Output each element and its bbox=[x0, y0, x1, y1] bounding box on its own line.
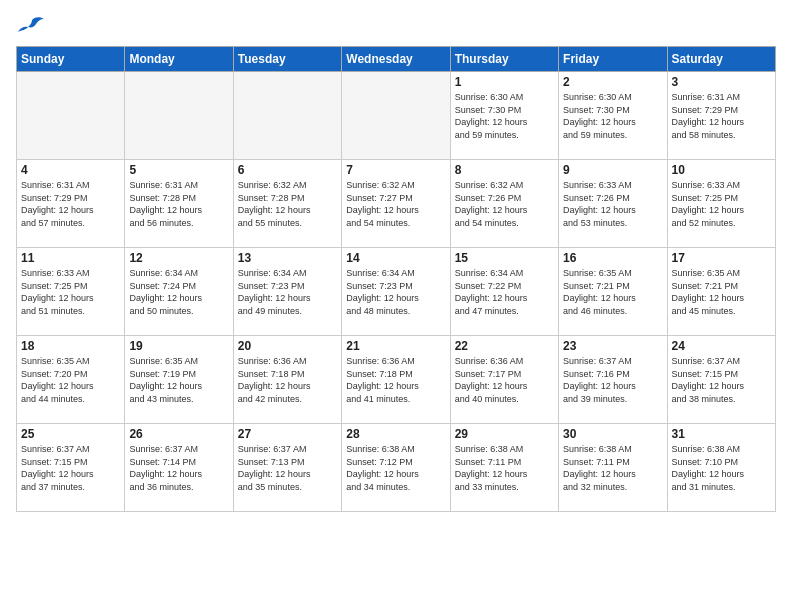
day-number: 2 bbox=[563, 75, 662, 89]
calendar-day-cell: 21Sunrise: 6:36 AM Sunset: 7:18 PM Dayli… bbox=[342, 336, 450, 424]
day-info: Sunrise: 6:36 AM Sunset: 7:17 PM Dayligh… bbox=[455, 355, 554, 405]
day-number: 25 bbox=[21, 427, 120, 441]
day-info: Sunrise: 6:35 AM Sunset: 7:19 PM Dayligh… bbox=[129, 355, 228, 405]
page-header bbox=[16, 16, 776, 38]
day-info: Sunrise: 6:36 AM Sunset: 7:18 PM Dayligh… bbox=[346, 355, 445, 405]
day-number: 15 bbox=[455, 251, 554, 265]
day-number: 8 bbox=[455, 163, 554, 177]
day-info: Sunrise: 6:31 AM Sunset: 7:28 PM Dayligh… bbox=[129, 179, 228, 229]
day-info: Sunrise: 6:30 AM Sunset: 7:30 PM Dayligh… bbox=[563, 91, 662, 141]
day-number: 7 bbox=[346, 163, 445, 177]
logo bbox=[16, 16, 46, 38]
day-info: Sunrise: 6:36 AM Sunset: 7:18 PM Dayligh… bbox=[238, 355, 337, 405]
day-info: Sunrise: 6:35 AM Sunset: 7:21 PM Dayligh… bbox=[672, 267, 771, 317]
calendar-day-cell: 3Sunrise: 6:31 AM Sunset: 7:29 PM Daylig… bbox=[667, 72, 775, 160]
calendar-day-cell: 20Sunrise: 6:36 AM Sunset: 7:18 PM Dayli… bbox=[233, 336, 341, 424]
calendar-day-cell: 16Sunrise: 6:35 AM Sunset: 7:21 PM Dayli… bbox=[559, 248, 667, 336]
day-info: Sunrise: 6:37 AM Sunset: 7:15 PM Dayligh… bbox=[672, 355, 771, 405]
day-info: Sunrise: 6:37 AM Sunset: 7:16 PM Dayligh… bbox=[563, 355, 662, 405]
day-info: Sunrise: 6:32 AM Sunset: 7:26 PM Dayligh… bbox=[455, 179, 554, 229]
calendar-day-cell: 11Sunrise: 6:33 AM Sunset: 7:25 PM Dayli… bbox=[17, 248, 125, 336]
day-number: 12 bbox=[129, 251, 228, 265]
day-number: 30 bbox=[563, 427, 662, 441]
day-info: Sunrise: 6:38 AM Sunset: 7:11 PM Dayligh… bbox=[563, 443, 662, 493]
calendar-day-cell: 26Sunrise: 6:37 AM Sunset: 7:14 PM Dayli… bbox=[125, 424, 233, 512]
day-info: Sunrise: 6:32 AM Sunset: 7:27 PM Dayligh… bbox=[346, 179, 445, 229]
day-number: 16 bbox=[563, 251, 662, 265]
calendar-day-cell: 28Sunrise: 6:38 AM Sunset: 7:12 PM Dayli… bbox=[342, 424, 450, 512]
calendar-weekday-header: Saturday bbox=[667, 47, 775, 72]
day-number: 10 bbox=[672, 163, 771, 177]
day-info: Sunrise: 6:32 AM Sunset: 7:28 PM Dayligh… bbox=[238, 179, 337, 229]
calendar-day-cell: 22Sunrise: 6:36 AM Sunset: 7:17 PM Dayli… bbox=[450, 336, 558, 424]
calendar-day-cell: 7Sunrise: 6:32 AM Sunset: 7:27 PM Daylig… bbox=[342, 160, 450, 248]
calendar-day-cell: 6Sunrise: 6:32 AM Sunset: 7:28 PM Daylig… bbox=[233, 160, 341, 248]
day-number: 24 bbox=[672, 339, 771, 353]
day-info: Sunrise: 6:35 AM Sunset: 7:20 PM Dayligh… bbox=[21, 355, 120, 405]
calendar-day-cell: 5Sunrise: 6:31 AM Sunset: 7:28 PM Daylig… bbox=[125, 160, 233, 248]
calendar-day-cell: 4Sunrise: 6:31 AM Sunset: 7:29 PM Daylig… bbox=[17, 160, 125, 248]
day-number: 9 bbox=[563, 163, 662, 177]
calendar-week-row: 11Sunrise: 6:33 AM Sunset: 7:25 PM Dayli… bbox=[17, 248, 776, 336]
calendar-day-cell: 23Sunrise: 6:37 AM Sunset: 7:16 PM Dayli… bbox=[559, 336, 667, 424]
day-number: 5 bbox=[129, 163, 228, 177]
day-number: 20 bbox=[238, 339, 337, 353]
day-info: Sunrise: 6:31 AM Sunset: 7:29 PM Dayligh… bbox=[672, 91, 771, 141]
day-info: Sunrise: 6:35 AM Sunset: 7:21 PM Dayligh… bbox=[563, 267, 662, 317]
day-info: Sunrise: 6:30 AM Sunset: 7:30 PM Dayligh… bbox=[455, 91, 554, 141]
calendar-day-cell: 27Sunrise: 6:37 AM Sunset: 7:13 PM Dayli… bbox=[233, 424, 341, 512]
calendar-day-cell: 31Sunrise: 6:38 AM Sunset: 7:10 PM Dayli… bbox=[667, 424, 775, 512]
day-number: 17 bbox=[672, 251, 771, 265]
calendar-body: 1Sunrise: 6:30 AM Sunset: 7:30 PM Daylig… bbox=[17, 72, 776, 512]
day-number: 26 bbox=[129, 427, 228, 441]
calendar-weekday-header: Wednesday bbox=[342, 47, 450, 72]
calendar-weekday-header: Monday bbox=[125, 47, 233, 72]
day-info: Sunrise: 6:33 AM Sunset: 7:25 PM Dayligh… bbox=[672, 179, 771, 229]
day-number: 29 bbox=[455, 427, 554, 441]
calendar-week-row: 4Sunrise: 6:31 AM Sunset: 7:29 PM Daylig… bbox=[17, 160, 776, 248]
day-number: 3 bbox=[672, 75, 771, 89]
calendar-day-cell: 9Sunrise: 6:33 AM Sunset: 7:26 PM Daylig… bbox=[559, 160, 667, 248]
calendar-day-cell: 19Sunrise: 6:35 AM Sunset: 7:19 PM Dayli… bbox=[125, 336, 233, 424]
day-number: 31 bbox=[672, 427, 771, 441]
day-number: 23 bbox=[563, 339, 662, 353]
calendar-header-row: SundayMondayTuesdayWednesdayThursdayFrid… bbox=[17, 47, 776, 72]
day-number: 6 bbox=[238, 163, 337, 177]
day-info: Sunrise: 6:37 AM Sunset: 7:15 PM Dayligh… bbox=[21, 443, 120, 493]
day-number: 1 bbox=[455, 75, 554, 89]
day-info: Sunrise: 6:37 AM Sunset: 7:13 PM Dayligh… bbox=[238, 443, 337, 493]
day-info: Sunrise: 6:34 AM Sunset: 7:23 PM Dayligh… bbox=[346, 267, 445, 317]
calendar-weekday-header: Tuesday bbox=[233, 47, 341, 72]
calendar-day-cell bbox=[342, 72, 450, 160]
calendar-day-cell: 1Sunrise: 6:30 AM Sunset: 7:30 PM Daylig… bbox=[450, 72, 558, 160]
day-info: Sunrise: 6:38 AM Sunset: 7:10 PM Dayligh… bbox=[672, 443, 771, 493]
calendar-day-cell: 29Sunrise: 6:38 AM Sunset: 7:11 PM Dayli… bbox=[450, 424, 558, 512]
calendar-day-cell: 25Sunrise: 6:37 AM Sunset: 7:15 PM Dayli… bbox=[17, 424, 125, 512]
calendar-day-cell bbox=[233, 72, 341, 160]
day-number: 21 bbox=[346, 339, 445, 353]
day-number: 22 bbox=[455, 339, 554, 353]
calendar-day-cell: 2Sunrise: 6:30 AM Sunset: 7:30 PM Daylig… bbox=[559, 72, 667, 160]
day-info: Sunrise: 6:38 AM Sunset: 7:11 PM Dayligh… bbox=[455, 443, 554, 493]
calendar-day-cell: 24Sunrise: 6:37 AM Sunset: 7:15 PM Dayli… bbox=[667, 336, 775, 424]
day-info: Sunrise: 6:34 AM Sunset: 7:23 PM Dayligh… bbox=[238, 267, 337, 317]
logo-bird-icon bbox=[18, 16, 46, 38]
calendar-week-row: 25Sunrise: 6:37 AM Sunset: 7:15 PM Dayli… bbox=[17, 424, 776, 512]
calendar-day-cell: 14Sunrise: 6:34 AM Sunset: 7:23 PM Dayli… bbox=[342, 248, 450, 336]
calendar-weekday-header: Friday bbox=[559, 47, 667, 72]
calendar-day-cell: 17Sunrise: 6:35 AM Sunset: 7:21 PM Dayli… bbox=[667, 248, 775, 336]
calendar-day-cell: 13Sunrise: 6:34 AM Sunset: 7:23 PM Dayli… bbox=[233, 248, 341, 336]
day-info: Sunrise: 6:31 AM Sunset: 7:29 PM Dayligh… bbox=[21, 179, 120, 229]
calendar-day-cell: 30Sunrise: 6:38 AM Sunset: 7:11 PM Dayli… bbox=[559, 424, 667, 512]
day-number: 27 bbox=[238, 427, 337, 441]
day-number: 4 bbox=[21, 163, 120, 177]
day-info: Sunrise: 6:34 AM Sunset: 7:24 PM Dayligh… bbox=[129, 267, 228, 317]
day-info: Sunrise: 6:34 AM Sunset: 7:22 PM Dayligh… bbox=[455, 267, 554, 317]
calendar-weekday-header: Thursday bbox=[450, 47, 558, 72]
calendar-weekday-header: Sunday bbox=[17, 47, 125, 72]
day-number: 18 bbox=[21, 339, 120, 353]
day-number: 14 bbox=[346, 251, 445, 265]
calendar-day-cell: 12Sunrise: 6:34 AM Sunset: 7:24 PM Dayli… bbox=[125, 248, 233, 336]
day-info: Sunrise: 6:37 AM Sunset: 7:14 PM Dayligh… bbox=[129, 443, 228, 493]
day-info: Sunrise: 6:38 AM Sunset: 7:12 PM Dayligh… bbox=[346, 443, 445, 493]
